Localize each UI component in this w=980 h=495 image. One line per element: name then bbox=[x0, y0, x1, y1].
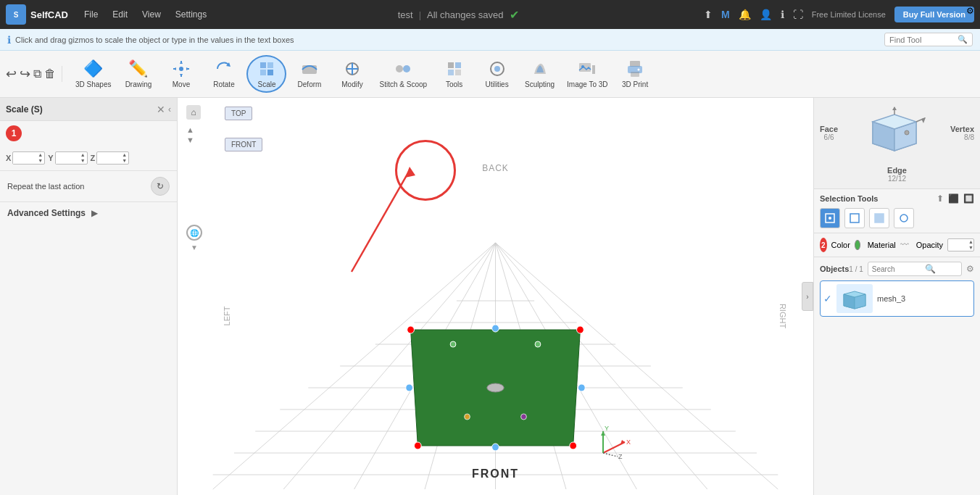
svg-point-53 bbox=[414, 442, 421, 449]
advanced-label: Advanced Settings bbox=[7, 208, 86, 218]
menu-settings[interactable]: Settings bbox=[170, 7, 212, 22]
viewport[interactable]: TOP FRONT ⌂ ▲ ▼ 🌐 ▼ FRONT BACK LEFT RIGH… bbox=[178, 98, 813, 495]
step-2-badge: 2 bbox=[820, 238, 827, 252]
tool-drawing[interactable]: ✏️ Drawing bbox=[118, 57, 158, 91]
opacity-field[interactable]: 100 ▲ ▼ bbox=[947, 238, 974, 251]
objects-header: Objects 1 / 1 🔍 ⚙ bbox=[820, 262, 974, 276]
svg-marker-79 bbox=[921, 117, 926, 123]
z-axis-input: Z 207 ▲ ▼ bbox=[91, 151, 130, 165]
sel-object-mode-button[interactable] bbox=[894, 208, 914, 228]
x-increment[interactable]: ▲ bbox=[36, 152, 44, 158]
sel-object-icon[interactable]: 🔲 bbox=[963, 194, 974, 204]
sel-box-icon[interactable]: ⬛ bbox=[948, 194, 959, 204]
z-decrement[interactable]: ▼ bbox=[120, 158, 128, 164]
tool-image-to-3d[interactable]: Image To 3D bbox=[562, 57, 612, 91]
globe-down-icon[interactable]: ▼ bbox=[191, 244, 198, 251]
y-increment[interactable]: ▲ bbox=[79, 152, 87, 158]
panel-collapse-button[interactable]: ‹ bbox=[168, 104, 171, 115]
svg-rect-9 bbox=[267, 70, 273, 75]
svg-rect-7 bbox=[267, 62, 273, 68]
repeat-button[interactable]: ↻ bbox=[151, 177, 170, 196]
nav-home: ⌂ bbox=[186, 105, 201, 122]
material-icon[interactable]: 〰 bbox=[900, 240, 909, 250]
x-decrement[interactable]: ▼ bbox=[36, 158, 44, 164]
fullscreen-icon[interactable]: ⛶ bbox=[793, 9, 803, 20]
x-value-input[interactable]: 175 bbox=[13, 153, 36, 164]
z-value-input[interactable]: 207 bbox=[97, 153, 120, 164]
opacity-increment[interactable]: ▲ bbox=[968, 239, 973, 245]
object-item-mesh3[interactable]: ✓ mesh_3 bbox=[820, 280, 974, 317]
tool-tools[interactable]: Tools bbox=[434, 57, 474, 91]
z-increment[interactable]: ▲ bbox=[120, 152, 128, 158]
tool-sculpting[interactable]: Sculpting bbox=[520, 57, 560, 91]
objects-search-input[interactable] bbox=[872, 265, 923, 273]
objects-search-container[interactable]: 🔍 bbox=[868, 262, 962, 276]
opacity-value-input[interactable]: 100 bbox=[948, 241, 968, 250]
user-icon[interactable]: 👤 bbox=[760, 9, 772, 20]
step-1-indicator: 1 bbox=[0, 121, 177, 146]
info-icon[interactable]: ℹ bbox=[781, 9, 784, 20]
z-field[interactable]: 207 ▲ ▼ bbox=[96, 151, 129, 165]
svg-point-21 bbox=[494, 66, 500, 72]
home-button[interactable]: ⌂ bbox=[186, 105, 201, 120]
sel-vertex-button[interactable] bbox=[820, 208, 840, 228]
selection-tools-header: Selection Tools ⬆ ⬛ 🔲 bbox=[820, 194, 974, 204]
tool-scale[interactable]: Scale bbox=[246, 55, 286, 93]
y-field[interactable]: 63 ▲ ▼ bbox=[55, 151, 88, 165]
y-decrement[interactable]: ▼ bbox=[79, 158, 87, 164]
viewport-grid bbox=[178, 98, 813, 495]
copy-button[interactable]: ⧉ bbox=[33, 67, 41, 80]
y-steppers[interactable]: ▲ ▼ bbox=[79, 152, 87, 164]
globe-icon[interactable]: 🌐 bbox=[186, 225, 202, 241]
selection-tools-label: Selection Tools bbox=[820, 194, 878, 203]
y-axis-input: Y 63 ▲ ▼ bbox=[48, 151, 87, 165]
opacity-decrement[interactable]: ▼ bbox=[968, 245, 973, 251]
x-axis-input: X 175 ▲ ▼ bbox=[6, 151, 45, 165]
rotate-label: Rotate bbox=[213, 80, 234, 88]
redo-button[interactable]: ↪ bbox=[20, 66, 30, 82]
advanced-settings-row[interactable]: Advanced Settings ▶ bbox=[0, 201, 177, 224]
opacity-steppers[interactable]: ▲ ▼ bbox=[968, 239, 973, 251]
svg-rect-19 bbox=[455, 70, 461, 75]
modify-icon bbox=[343, 59, 362, 78]
delete-button[interactable]: 🗑 bbox=[44, 67, 56, 80]
tool-3dshapes[interactable]: 🔷 3D Shapes bbox=[71, 57, 115, 91]
find-tool-input-container[interactable]: 🔍 bbox=[884, 33, 973, 46]
tool-utilities[interactable]: Utilities bbox=[477, 57, 517, 91]
panel-close-button[interactable]: ✕ bbox=[157, 104, 165, 115]
sel-edge-button[interactable] bbox=[844, 208, 865, 228]
x-steppers[interactable]: ▲ ▼ bbox=[36, 152, 44, 164]
buy-button[interactable]: Buy Full Version bbox=[894, 7, 974, 22]
menu-view[interactable]: View bbox=[136, 7, 167, 22]
tool-modify[interactable]: Modify bbox=[332, 57, 372, 91]
tool-deform[interactable]: Deform bbox=[289, 57, 329, 91]
tools-label: Tools bbox=[446, 80, 462, 88]
sel-face-button[interactable] bbox=[869, 208, 889, 228]
svg-text:X: X bbox=[626, 438, 631, 446]
find-tool-input[interactable] bbox=[889, 36, 955, 44]
tool-move[interactable]: Move bbox=[161, 57, 201, 91]
menu-file[interactable]: File bbox=[78, 7, 104, 22]
nav-up-arrow[interactable]: ▲ bbox=[186, 125, 194, 134]
z-steppers[interactable]: ▲ ▼ bbox=[120, 152, 128, 164]
tool-stitch[interactable]: Stitch & Scoop bbox=[375, 57, 431, 91]
bell-icon[interactable]: 🔔 bbox=[739, 9, 751, 20]
m-icon[interactable]: M bbox=[721, 9, 730, 20]
axis-svg: X Y Z bbox=[596, 424, 632, 460]
y-value-input[interactable]: 63 bbox=[56, 153, 79, 164]
view-orientation-front: FRONT bbox=[225, 138, 262, 151]
share-icon[interactable]: ⬆ bbox=[704, 9, 713, 20]
x-field[interactable]: 175 ▲ ▼ bbox=[12, 151, 45, 165]
objects-settings-icon[interactable]: ⚙ bbox=[966, 264, 974, 274]
menu-edit[interactable]: Edit bbox=[107, 7, 133, 22]
viewport-collapse-button[interactable]: › bbox=[802, 282, 813, 311]
nav-down-arrow[interactable]: ▼ bbox=[186, 136, 194, 144]
scale-label: Scale bbox=[257, 80, 275, 88]
tool-rotate[interactable]: Rotate bbox=[204, 57, 244, 91]
app-logo[interactable]: S SelfCAD bbox=[6, 4, 68, 25]
selection-mode-buttons bbox=[820, 208, 974, 228]
tool-3dprint[interactable]: 3D Print bbox=[615, 57, 655, 91]
sel-expand-icon[interactable]: ⬆ bbox=[937, 194, 944, 204]
color-swatch[interactable] bbox=[855, 240, 860, 250]
undo-button[interactable]: ↩ bbox=[6, 66, 17, 82]
